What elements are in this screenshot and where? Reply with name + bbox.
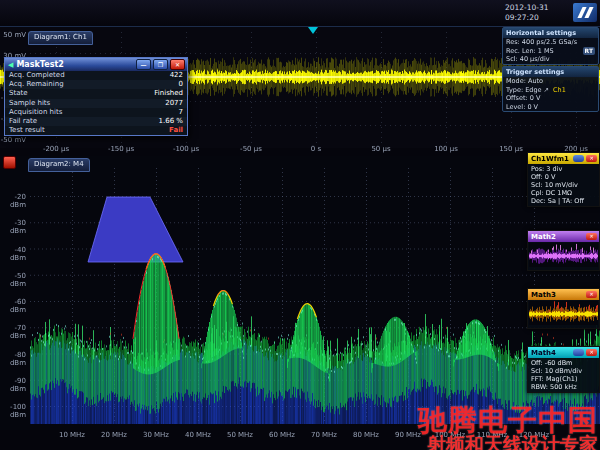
horizontal-settings-panel[interactable]: Horizontal settings Res: 400 ps/2.5 GSa/… [502,27,599,65]
undo-icon[interactable] [3,156,16,169]
d2-x-axis-label: 70 MHz [304,431,344,439]
watermark-line1: 驰腾电子中国 [418,406,598,435]
badge-ch1wfm1[interactable]: Ch1Wfm1 ✕ Pos: 3 divOff: 0 VScl: 10 mV/d… [527,152,600,207]
trigger-mode: Mode: Auto [506,77,543,86]
dialog-close-button[interactable]: ✕ [170,59,185,70]
masktest-row-label: Sample hits [9,99,50,108]
badge-math4-details: Off: -60 dBmScl: 10 dBm/divFFT: Mag(Ch1)… [528,358,599,392]
rs-logo [573,3,597,22]
badge-pin-icon[interactable] [573,349,584,356]
status-bar: 2012-10-31 09:27:20 [0,0,600,27]
tab-diagram1[interactable]: Diagram1: Ch1 [28,31,93,45]
masktest-row: Acq. Completed422 [5,71,187,80]
realtime-badge: RT [583,47,595,56]
badge-math3-title: Math3 [531,291,556,299]
trigger-level: Level: 0 V [506,103,538,112]
d2-x-axis-label: 60 MHz [262,431,302,439]
masktest-row-value: 1.66 % [159,117,183,126]
badge-pin-icon[interactable] [573,155,584,162]
badge-detail-line: FFT: Mag(Ch1) [528,375,599,383]
trigger-offset: Offset: 0 V [506,94,540,103]
masktest-row-label: Test result [9,126,45,135]
horizontal-settings-title: Horizontal settings [503,28,598,38]
masktest-results-table: Acq. Completed422Acq. Remaining0StateFin… [5,71,187,135]
badge-detail-line: Cpl: DC 1MΩ [528,189,599,197]
badge-math4[interactable]: Math4 ✕ Off: -60 dBmScl: 10 dBm/divFFT: … [527,346,600,393]
badge-close-icon[interactable]: ✕ [586,291,597,298]
tab-diagram2[interactable]: Diagram2: M4 [28,158,90,172]
masktest-row-label: Fail rate [9,117,37,126]
d2-x-axis-label: 40 MHz [178,431,218,439]
trigger-source: Ch1 [553,86,566,95]
watermark-line2: 射频和天线设计专家 [418,435,598,450]
masktest-dialog-icon: ◀ [8,61,13,69]
badge-ch1wfm1-title: Ch1Wfm1 [531,155,569,163]
trigger-position-marker[interactable] [308,27,318,34]
badge-close-icon[interactable]: ✕ [586,155,597,162]
d2-x-axis-label: 20 MHz [94,431,134,439]
d2-x-axis-label: 80 MHz [346,431,386,439]
masktest-row: Acq. Remaining0 [5,80,187,89]
trigger-settings-title: Trigger settings [503,67,598,77]
masktest-dialog[interactable]: ◀ MaskTest2 — ❐ ✕ Acq. Completed422Acq. … [4,57,188,136]
badge-detail-line: Off: 0 V [528,173,599,181]
badge-detail-line: RBW: 500 kHz [528,383,599,391]
badge-detail-line: Scl: 10 dBm/div [528,367,599,375]
badge-math3[interactable]: Math3 ✕ [527,288,600,329]
horizontal-resolution: Res: 400 ps/2.5 GSa/s [506,38,577,47]
masktest-row-value: Finished [154,89,183,98]
masktest-row: Test resultFail [5,126,187,135]
math2-thumbnail[interactable] [529,243,598,267]
masktest-row-value: Fail [169,126,183,135]
diagram2-spectrum-canvas[interactable] [0,156,600,430]
badge-math2[interactable]: Math2 ✕ [527,230,600,271]
masktest-row-label: State [9,89,28,98]
horizontal-scale: Scl: 40 μs/div [506,55,550,64]
badge-close-icon[interactable]: ✕ [586,349,597,356]
masktest-row-value: 7 [179,108,183,117]
trigger-settings-panel[interactable]: Trigger settings Mode: Auto Type: Edge ↗… [502,66,599,112]
masktest-row: Fail rate1.66 % [5,117,187,126]
d2-x-axis-label: 10 MHz [52,431,92,439]
d2-x-axis-label: 30 MHz [136,431,176,439]
masktest-row-label: Acq. Completed [9,71,65,80]
horizontal-record-length: Rec. Len: 1 MS [506,47,554,56]
status-date: 2012-10-31 [505,3,549,12]
d2-x-axis-label: 50 MHz [220,431,260,439]
badge-math2-title: Math2 [531,233,556,241]
badge-math4-title: Math4 [531,349,556,357]
badge-detail-line: Off: -60 dBm [528,359,599,367]
masktest-row-value: 422 [170,71,183,80]
masktest-row-label: Acquisition hits [9,108,62,117]
masktest-dialog-title: MaskTest2 [16,60,63,69]
status-time: 09:27:20 [505,13,539,22]
trigger-type: Type: Edge ↗ [506,86,549,95]
masktest-dialog-titlebar[interactable]: ◀ MaskTest2 — ❐ ✕ [5,58,187,71]
badge-detail-line: Scl: 10 mV/div [528,181,599,189]
masktest-row: StateFinished [5,89,187,98]
oscilloscope-screen: 2012-10-31 09:27:20 Diagram1: Ch1 Diagra… [0,0,600,450]
badge-detail-line: Dec: Sa | TA: Off [528,197,599,205]
masktest-row: Acquisition hits7 [5,108,187,117]
dialog-minimize-button[interactable]: — [136,59,151,70]
masktest-row-value: 0 [179,80,183,89]
badge-close-icon[interactable]: ✕ [586,233,597,240]
math3-thumbnail[interactable] [529,301,598,325]
masktest-row: Sample hits2077 [5,99,187,108]
dialog-maximize-button[interactable]: ❐ [153,59,168,70]
vendor-watermark: 驰腾电子中国 射频和天线设计专家 [418,406,598,450]
masktest-row-label: Acq. Remaining [9,80,64,89]
masktest-row-value: 2077 [165,99,183,108]
badge-detail-line: Pos: 3 div [528,165,599,173]
badge-ch1wfm1-details: Pos: 3 divOff: 0 VScl: 10 mV/divCpl: DC … [528,164,599,206]
